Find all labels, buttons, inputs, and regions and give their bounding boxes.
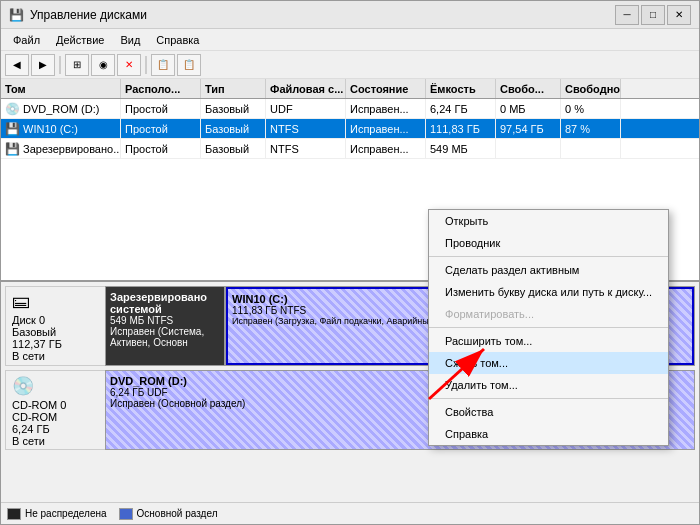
toolbar-separator-2	[145, 56, 147, 74]
disk-icon: 💾	[5, 122, 20, 136]
disk-0-size: 112,37 ГБ	[12, 338, 99, 350]
ctx-make-active[interactable]: Сделать раздел активным	[429, 259, 668, 281]
menu-view[interactable]: Вид	[112, 32, 148, 48]
partition-system[interactable]: Зарезервировано системой 549 МБ NTFS Исп…	[106, 287, 226, 365]
ctx-sep-1	[429, 256, 668, 257]
cell-fs-1: NTFS	[266, 119, 346, 138]
tool-btn-1[interactable]: ⊞	[65, 54, 89, 76]
ctx-sep-2	[429, 327, 668, 328]
cell-rasp-0: Простой	[121, 99, 201, 118]
cell-tom-0: 💿 DVD_ROM (D:)	[1, 99, 121, 118]
cell-state-2: Исправен...	[346, 139, 426, 158]
window-icon: 💾	[9, 8, 24, 22]
toolbar: ◀ ▶ ⊞ ◉ ✕ 📋 📋	[1, 51, 699, 79]
disk-0-icon: 🖴	[12, 291, 99, 312]
cell-rasp-1: Простой	[121, 119, 201, 138]
close-button[interactable]: ✕	[667, 5, 691, 25]
tool-btn-3[interactable]: ✕	[117, 54, 141, 76]
cell-type-1: Базовый	[201, 119, 266, 138]
table-row[interactable]: 💾 Зарезервировано... Простой Базовый NTF…	[1, 139, 699, 159]
back-button[interactable]: ◀	[5, 54, 29, 76]
legend-primary-label: Основной раздел	[137, 508, 218, 519]
col-header-size[interactable]: Ёмкость	[426, 79, 496, 98]
cell-tom-2: 💾 Зарезервировано...	[1, 139, 121, 158]
ctx-shrink[interactable]: Сжать том...	[429, 352, 668, 374]
col-header-free[interactable]: Свобо...	[496, 79, 561, 98]
ctx-sep-3	[429, 398, 668, 399]
tool-btn-2[interactable]: ◉	[91, 54, 115, 76]
disk-0-name: Диск 0	[12, 314, 99, 326]
cell-free-0: 0 МБ	[496, 99, 561, 118]
legend-unallocated-box	[7, 508, 21, 520]
minimize-button[interactable]: ─	[615, 5, 639, 25]
ctx-help[interactable]: Справка	[429, 423, 668, 445]
cell-type-0: Базовый	[201, 99, 266, 118]
cell-rasp-2: Простой	[121, 139, 201, 158]
title-bar-buttons: ─ □ ✕	[615, 5, 691, 25]
cdrom-0-label: 💿 CD-ROM 0 CD-ROM 6,24 ГБ В сети	[5, 370, 105, 450]
disk-0-status: В сети	[12, 350, 99, 362]
cell-size-0: 6,24 ГБ	[426, 99, 496, 118]
tool-btn-4[interactable]: 📋	[151, 54, 175, 76]
menu-bar: Файл Действие Вид Справка	[1, 29, 699, 51]
cell-state-0: Исправен...	[346, 99, 426, 118]
cell-freep-1: 87 %	[561, 119, 621, 138]
disk-icon-2: 💾	[5, 142, 20, 156]
col-header-freep[interactable]: Свободно %	[561, 79, 621, 98]
table-body: 💿 DVD_ROM (D:) Простой Базовый UDF Испра…	[1, 99, 699, 159]
cdrom-icon: 💿	[12, 375, 99, 397]
cell-tom-1: 💾 WIN10 (C:)	[1, 119, 121, 138]
cell-free-2	[496, 139, 561, 158]
toolbar-separator-1	[59, 56, 61, 74]
tool-btn-5[interactable]: 📋	[177, 54, 201, 76]
cell-size-2: 549 МБ	[426, 139, 496, 158]
legend-unallocated: Не распределена	[7, 508, 107, 520]
legend-unallocated-label: Не распределена	[25, 508, 107, 519]
ctx-extend[interactable]: Расширить том...	[429, 330, 668, 352]
content-area: Том Располо... Тип Файловая с... Состоян…	[1, 79, 699, 524]
title-bar-left: 💾 Управление дисками	[9, 8, 147, 22]
cell-size-1: 111,83 ГБ	[426, 119, 496, 138]
disk-0-type: Базовый	[12, 326, 99, 338]
cell-fs-2: NTFS	[266, 139, 346, 158]
col-header-tom[interactable]: Том	[1, 79, 121, 98]
ctx-properties[interactable]: Свойства	[429, 401, 668, 423]
forward-button[interactable]: ▶	[31, 54, 55, 76]
col-header-fs[interactable]: Файловая с...	[266, 79, 346, 98]
cdrom-0-size: 6,24 ГБ	[12, 423, 99, 435]
ctx-change-letter[interactable]: Изменить букву диска или путь к диску...	[429, 281, 668, 303]
part-system-name: Зарезервировано системой	[110, 291, 220, 315]
col-header-type[interactable]: Тип	[201, 79, 266, 98]
ctx-explorer[interactable]: Проводник	[429, 232, 668, 254]
menu-help[interactable]: Справка	[148, 32, 207, 48]
title-bar: 💾 Управление дисками ─ □ ✕	[1, 1, 699, 29]
dvd-icon: 💿	[5, 102, 20, 116]
maximize-button[interactable]: □	[641, 5, 665, 25]
col-header-state[interactable]: Состояние	[346, 79, 426, 98]
legend-primary: Основной раздел	[119, 508, 218, 520]
disk-0-label: 🖴 Диск 0 Базовый 112,37 ГБ В сети	[5, 286, 105, 366]
cell-free-1: 97,54 ГБ	[496, 119, 561, 138]
ctx-delete[interactable]: Удалить том...	[429, 374, 668, 396]
cell-fs-0: UDF	[266, 99, 346, 118]
menu-file[interactable]: Файл	[5, 32, 48, 48]
part-system-status: Исправен (Система, Активен, Основн	[110, 326, 220, 348]
legend-primary-box	[119, 508, 133, 520]
legend-bar: Не распределена Основной раздел	[1, 502, 699, 524]
table-row[interactable]: 💿 DVD_ROM (D:) Простой Базовый UDF Испра…	[1, 99, 699, 119]
menu-action[interactable]: Действие	[48, 32, 112, 48]
cell-freep-2	[561, 139, 621, 158]
part-system-size: 549 МБ NTFS	[110, 315, 220, 326]
cell-freep-0: 0 %	[561, 99, 621, 118]
ctx-format: Форматировать...	[429, 303, 668, 325]
cdrom-0-name: CD-ROM 0	[12, 399, 99, 411]
window-title: Управление дисками	[30, 8, 147, 22]
cdrom-0-type: CD-ROM	[12, 411, 99, 423]
main-window: 💾 Управление дисками ─ □ ✕ Файл Действие…	[0, 0, 700, 525]
ctx-open[interactable]: Открыть	[429, 210, 668, 232]
cell-type-2: Базовый	[201, 139, 266, 158]
context-menu: Открыть Проводник Сделать раздел активны…	[428, 209, 669, 446]
cdrom-0-status: В сети	[12, 435, 99, 447]
col-header-rasp[interactable]: Располо...	[121, 79, 201, 98]
table-row[interactable]: 💾 WIN10 (C:) Простой Базовый NTFS Исправ…	[1, 119, 699, 139]
